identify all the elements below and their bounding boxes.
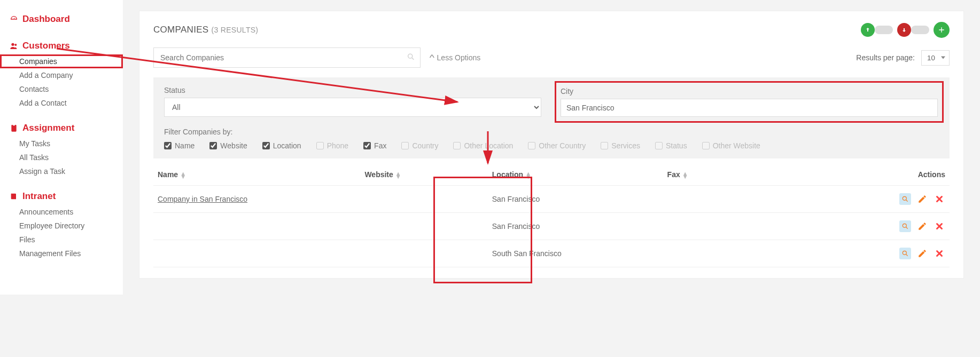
checkbox[interactable] [164,142,172,149]
checkbox [453,142,461,149]
svg-line-9 [906,255,908,256]
nav-list-customers: Companies Add a Company Contacts Add a C… [0,54,123,110]
filter-check-fax[interactable]: Fax [363,141,386,150]
page-title: COMPANIES (3 RESULTS) [153,25,258,35]
col-name[interactable]: Name▲▼ [153,164,360,186]
zoom-icon [901,250,909,257]
edit-button[interactable] [916,193,928,205]
filter-check-website[interactable]: Website [209,141,247,150]
view-button[interactable] [899,220,911,232]
nav-header-assignment[interactable]: Assignment [0,120,123,137]
sidebar-item-add-company[interactable]: Add a Company [0,68,123,82]
sidebar-item-files[interactable]: Files [0,233,123,247]
view-button[interactable] [899,248,911,259]
edit-button[interactable] [916,220,928,232]
gauge-icon [10,15,18,23]
sidebar-item-employee-directory[interactable]: Employee Directory [0,219,123,233]
nav-title: Intranet [22,191,56,202]
search-wrapper [153,47,421,68]
search-icon [407,53,415,63]
svg-point-6 [903,224,906,227]
sidebar-item-assign-task[interactable]: Assign a Task [0,164,123,178]
nav-header-customers[interactable]: Customers [0,37,123,54]
nav-title: Assignment [22,123,74,133]
cell-fax [663,213,822,240]
book-icon [10,192,18,201]
cell-website [360,186,487,213]
results-table: Name▲▼ Website▲▼ Location▲▼ Fax▲▼ Action… [153,164,950,267]
col-actions: Actions [822,164,950,186]
col-location[interactable]: Location▲▼ [488,164,663,186]
users-icon [10,42,18,50]
checkbox[interactable] [209,142,217,149]
checkbox-label: Other Website [713,141,760,150]
checkbox [655,142,663,149]
cell-fax [663,240,822,267]
svg-line-3 [412,58,414,60]
company-link[interactable]: Company in San Francisco [158,195,247,203]
sidebar-item-my-tasks[interactable]: My Tasks [0,137,123,150]
close-icon [935,194,944,204]
col-website[interactable]: Website▲▼ [360,164,487,186]
edit-button[interactable] [916,248,928,259]
results-per-page: Results per page: 10 [856,50,950,66]
city-label: City [561,87,938,96]
sidebar-item-announcements[interactable]: Announcements [0,205,123,219]
filter-by-label: Filter Companies by: [164,128,939,136]
arrow-down-icon [897,23,911,37]
status-select[interactable]: All [164,98,541,117]
filter-check-other-country: Other Country [528,141,586,150]
search-input[interactable] [153,47,421,68]
delete-button[interactable] [934,193,945,205]
nav-header-dashboard[interactable]: Dashboard [0,11,123,28]
nav-title: Customers [22,41,70,51]
nav-section-assignment: Assignment My Tasks All Tasks Assign a T… [0,120,123,178]
arrow-up-icon [861,23,875,37]
city-input[interactable] [561,99,938,117]
col-fax[interactable]: Fax▲▼ [663,164,822,186]
pencil-icon [917,221,927,231]
sidebar-item-management-files[interactable]: Management Files [0,247,123,260]
sidebar-item-contacts[interactable]: Contacts [0,82,123,96]
export-toggle[interactable] [897,23,929,37]
sidebar-item-all-tasks[interactable]: All Tasks [0,150,123,164]
cell-website [360,213,487,240]
cell-fax [663,186,822,213]
filter-city: City [559,86,939,118]
clipboard-icon [10,124,18,132]
main-content: COMPANIES (3 RESULTS) [123,0,980,295]
filter-checkboxes: NameWebsiteLocationPhoneFaxCountryOther … [164,141,939,150]
title-text: COMPANIES [153,25,208,35]
view-button[interactable] [899,193,911,205]
import-toggle[interactable] [861,23,893,37]
table-row: San Francisco [153,213,950,240]
cell-website [360,240,487,267]
filter-check-phone: Phone [316,141,348,150]
cell-location: San Francisco [488,213,663,240]
cell-name: Company in San Francisco [153,186,360,213]
toggle-options[interactable]: Less Options [430,53,480,62]
checkbox[interactable] [262,142,270,149]
nav-header-intranet[interactable]: Intranet [0,188,123,205]
checkbox [528,142,535,149]
checkbox-label: Status [666,141,687,150]
add-button[interactable] [934,22,950,38]
filter-check-status: Status [655,141,687,150]
sidebar-item-add-contact[interactable]: Add a Contact [0,96,123,110]
filter-check-location[interactable]: Location [262,141,301,150]
filter-check-services: Services [601,141,640,150]
checkbox[interactable] [363,142,371,149]
rpp-select[interactable]: 10 [921,50,950,66]
cell-location: San Francisco [488,186,663,213]
nav-list-intranet: Announcements Employee Directory Files M… [0,205,123,260]
sort-icon: ▲▼ [180,172,186,178]
header-actions [861,22,950,38]
cell-actions [822,240,950,267]
checkbox [601,142,608,149]
delete-button[interactable] [934,248,945,259]
delete-button[interactable] [934,220,945,232]
panel-header: COMPANIES (3 RESULTS) [153,22,950,38]
filter-check-name[interactable]: Name [164,141,195,150]
sidebar-item-companies[interactable]: Companies [0,54,123,68]
filter-check-country: Country [401,141,438,150]
